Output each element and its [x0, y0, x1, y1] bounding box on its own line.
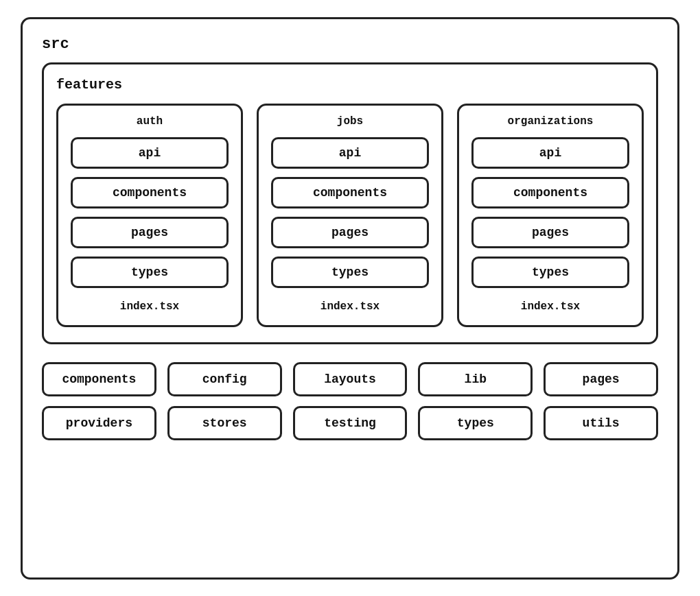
- organizations-components: components: [471, 177, 629, 208]
- bottom-pages: pages: [544, 362, 658, 396]
- jobs-types: types: [271, 257, 429, 288]
- jobs-column: jobs api components pages types index.ts…: [257, 104, 443, 327]
- bottom-stores: stores: [167, 406, 282, 440]
- bottom-row-1: components config layouts lib pages: [42, 362, 658, 396]
- bottom-components: components: [42, 362, 156, 396]
- auth-title: auth: [137, 115, 163, 128]
- bottom-lib: lib: [418, 362, 533, 396]
- src-label: src: [42, 36, 658, 53]
- features-box: features auth api components pages types…: [42, 62, 658, 344]
- bottom-layouts: layouts: [293, 362, 408, 396]
- bottom-testing: testing: [293, 406, 408, 440]
- organizations-pages: pages: [471, 217, 629, 248]
- features-label: features: [56, 77, 644, 93]
- organizations-api: api: [471, 137, 629, 169]
- organizations-title: organizations: [508, 115, 594, 128]
- jobs-index: index.tsx: [320, 300, 380, 313]
- bottom-row-2: providers stores testing types utils: [42, 406, 658, 440]
- organizations-index: index.tsx: [521, 300, 580, 313]
- bottom-grid: components config layouts lib pages prov…: [42, 362, 658, 440]
- jobs-title: jobs: [337, 115, 363, 128]
- jobs-pages: pages: [271, 217, 429, 248]
- auth-api: api: [71, 137, 229, 169]
- auth-types: types: [71, 257, 229, 288]
- organizations-types: types: [471, 257, 629, 288]
- organizations-column: organizations api components pages types…: [457, 104, 644, 327]
- features-columns: auth api components pages types index.ts…: [56, 104, 644, 327]
- jobs-api: api: [271, 137, 429, 169]
- auth-index: index.tsx: [120, 300, 179, 313]
- auth-components: components: [71, 177, 229, 208]
- bottom-utils: utils: [544, 406, 658, 440]
- bottom-types: types: [418, 406, 533, 440]
- bottom-config: config: [167, 362, 282, 396]
- diagram-container: src features auth api components pages t…: [21, 17, 679, 580]
- bottom-providers: providers: [42, 406, 156, 440]
- jobs-components: components: [271, 177, 429, 208]
- auth-column: auth api components pages types index.ts…: [56, 104, 243, 327]
- auth-pages: pages: [71, 217, 229, 248]
